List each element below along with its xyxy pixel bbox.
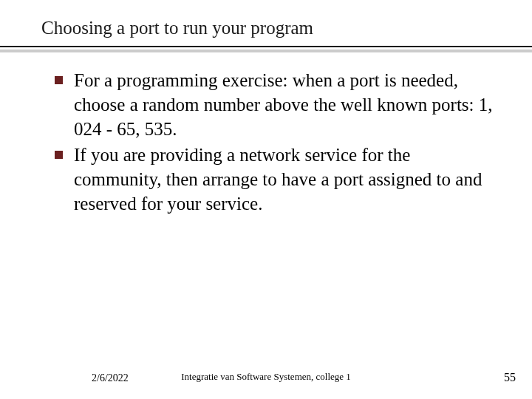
footer-center: Integratie van Software Systemen, colleg… (0, 371, 532, 383)
title-rule (0, 46, 532, 47)
footer-page-number: 55 (504, 371, 516, 384)
slide: Choosing a port to run your program For … (0, 0, 532, 399)
slide-title: Choosing a port to run your program (41, 18, 497, 38)
bullet-text: For a programming exercise: when a port … (74, 70, 493, 139)
list-item: For a programming exercise: when a port … (55, 68, 497, 141)
bullet-icon (55, 76, 63, 84)
bullet-text: If you are providing a network service f… (74, 145, 482, 214)
list-item: If you are providing a network service f… (55, 143, 497, 216)
bullet-icon (55, 151, 63, 159)
footer: 2/6/2022 Integratie van Software Systeme… (0, 366, 532, 384)
title-rule-shadow (0, 50, 532, 52)
content-area: For a programming exercise: when a port … (41, 68, 497, 216)
